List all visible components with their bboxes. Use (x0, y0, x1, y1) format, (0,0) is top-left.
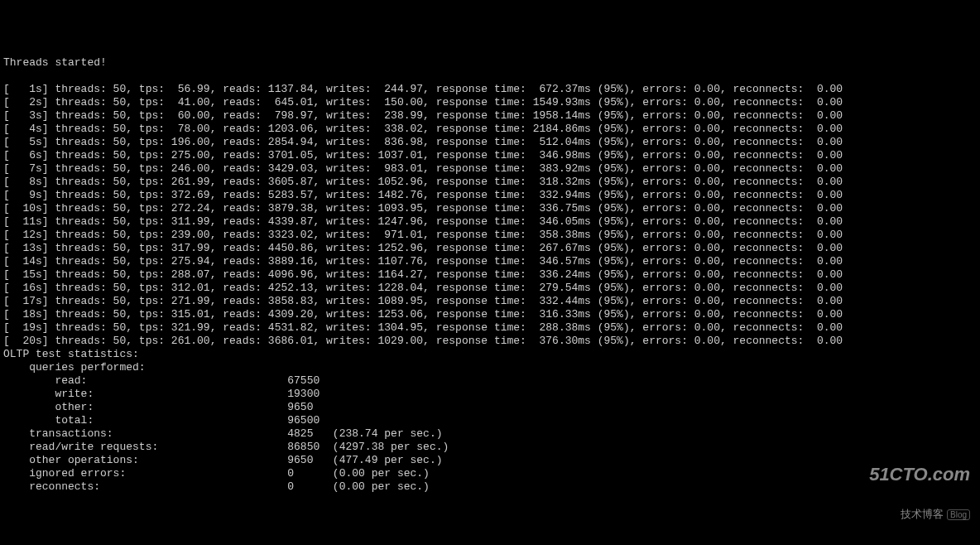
terminal-output: Threads started! [ 1s] threads: 50, tps:… (3, 56, 977, 494)
watermark-host: 51CTO.com (869, 468, 970, 481)
watermark-sub: 技术博客Blog (869, 508, 970, 522)
watermark: 51CTO.com 技术博客Blog (869, 441, 970, 535)
